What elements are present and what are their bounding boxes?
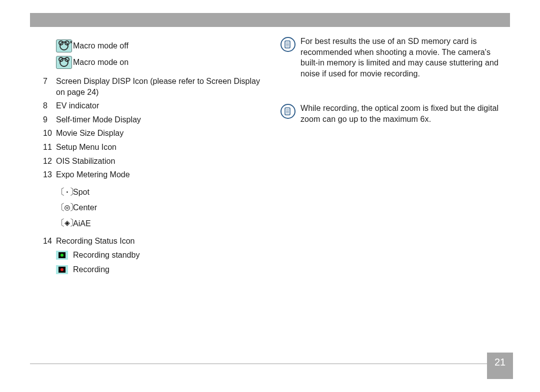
- list-item: 13 Expo Metering Mode: [43, 169, 268, 180]
- header-bar: [30, 13, 510, 27]
- item-text: Recording Status Icon: [56, 236, 268, 247]
- item-number: 7: [43, 76, 56, 87]
- item-text: Expo Metering Mode: [56, 169, 268, 180]
- page-number: 21: [487, 353, 513, 379]
- metering-spot-row: 〔·〕 Spot: [43, 186, 268, 198]
- list-item: 7 Screen Display DISP Icon (please refer…: [43, 76, 268, 97]
- list-item: 9 Self-timer Mode Display: [43, 114, 268, 125]
- macro-off-icon: ×: [56, 39, 72, 52]
- metering-aiae-row: 〔◈〕 AiAE: [43, 217, 268, 229]
- recording-standby-label: Recording standby: [73, 250, 268, 261]
- metering-center-label: Center: [73, 202, 268, 213]
- item-text: Movie Size Display: [56, 128, 268, 139]
- item-text: EV indicator: [56, 100, 268, 111]
- list-item: 14 Recording Status Icon: [43, 236, 268, 247]
- recording-standby-row: Recording standby: [43, 250, 268, 261]
- recording-standby-icon: [56, 251, 68, 260]
- note-text: For best results the use of an SD memory…: [300, 36, 505, 79]
- note-sd-card: For best results the use of an SD memory…: [280, 36, 505, 79]
- recording-active-label: Recording: [73, 264, 268, 275]
- macro-mode-off-row: × Macro mode off: [43, 39, 268, 52]
- metering-spot-label: Spot: [73, 187, 268, 198]
- list-item: 11 Setup Menu Icon: [43, 142, 268, 153]
- macro-mode-off-label: Macro mode off: [73, 40, 268, 51]
- item-text: OIS Stabilization: [56, 156, 268, 167]
- item-number: 9: [43, 114, 56, 125]
- macro-on-icon: [56, 56, 72, 69]
- list-item: 10 Movie Size Display: [43, 128, 268, 139]
- metering-aiae-label: AiAE: [73, 218, 268, 229]
- item-text: Setup Menu Icon: [56, 142, 268, 153]
- item-number: 10: [43, 128, 56, 139]
- note-icon: [280, 37, 296, 52]
- item-text: Screen Display DISP Icon (please refer t…: [56, 76, 268, 97]
- left-column: × Macro mode off Macro mode on 7 Screen …: [43, 36, 268, 347]
- note-icon: [280, 104, 296, 119]
- list-item: 12 OIS Stabilization: [43, 156, 268, 167]
- right-column: For best results the use of an SD memory…: [280, 36, 505, 347]
- item-number: 8: [43, 100, 56, 111]
- item-text: Self-timer Mode Display: [56, 114, 268, 125]
- note-optical-zoom: While recording, the optical zoom is fix…: [280, 103, 505, 124]
- item-number: 12: [43, 156, 56, 167]
- list-item: 8 EV indicator: [43, 100, 268, 111]
- note-text: While recording, the optical zoom is fix…: [300, 103, 505, 124]
- page-content: × Macro mode off Macro mode on 7 Screen …: [43, 36, 505, 347]
- macro-mode-on-label: Macro mode on: [73, 57, 268, 68]
- recording-active-row: Recording: [43, 264, 268, 275]
- metering-center-row: 〔◎〕 Center: [43, 202, 268, 214]
- item-number: 13: [43, 169, 56, 180]
- item-number: 11: [43, 142, 56, 153]
- recording-active-icon: [56, 265, 68, 274]
- footer-rule: [30, 364, 510, 364]
- macro-mode-on-row: Macro mode on: [43, 56, 268, 69]
- item-number: 14: [43, 236, 56, 247]
